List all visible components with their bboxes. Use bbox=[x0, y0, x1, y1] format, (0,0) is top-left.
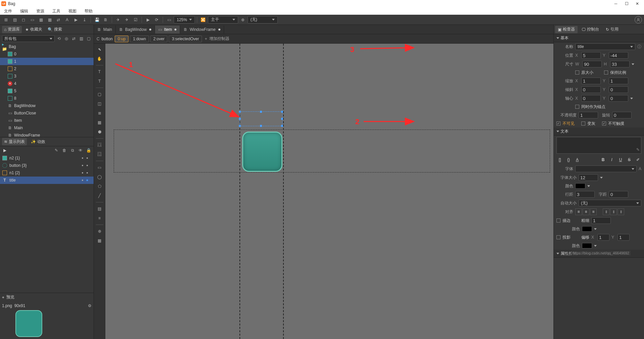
align-right-icon[interactable]: ≡ bbox=[590, 208, 597, 215]
section-attr-control[interactable]: 属性控制 https://blog.csdn.net/qq_46649692 bbox=[554, 250, 644, 258]
display-list-item[interactable]: Ttitle bbox=[0, 177, 94, 184]
add-controller-button[interactable]: ＋ 增加控制器 bbox=[204, 36, 229, 42]
align-center-icon[interactable]: ≡ bbox=[583, 208, 589, 215]
branch-icon[interactable]: 🔀 bbox=[199, 16, 207, 23]
untouchable-checkbox[interactable] bbox=[602, 122, 606, 126]
tree-item-8[interactable]: 8 bbox=[0, 95, 94, 102]
tree-item-BagWindow[interactable]: 🗎BagWindow bbox=[0, 102, 94, 109]
pos-y-input[interactable] bbox=[609, 52, 628, 59]
play-small-icon[interactable]: ▶ bbox=[2, 148, 8, 153]
font-size-input[interactable] bbox=[579, 174, 598, 181]
import-icon[interactable]: ⤓ bbox=[80, 16, 89, 23]
sync-icon[interactable]: ⇄ bbox=[71, 36, 77, 42]
panel-icon[interactable]: ▢ bbox=[86, 36, 92, 42]
line-tool-icon[interactable]: ╱ bbox=[95, 191, 104, 200]
layout-icon[interactable]: ▥ bbox=[78, 36, 84, 42]
loader-tool-icon[interactable]: ▦ bbox=[95, 118, 104, 127]
stage-canvas[interactable]: 1 2 3 bbox=[105, 44, 553, 339]
valign-top-icon[interactable]: ⫴ bbox=[603, 208, 609, 215]
text-color-swatch[interactable] bbox=[575, 183, 585, 189]
stroke-size-input[interactable] bbox=[591, 217, 611, 224]
valign-bottom-icon[interactable]: ⫴ bbox=[618, 208, 624, 215]
duplicate-icon[interactable]: ⧉ bbox=[69, 147, 75, 153]
doc-tab-WindowFrame[interactable]: 🗎WindowFrame bbox=[180, 26, 224, 34]
save-icon[interactable]: 💾 bbox=[93, 16, 101, 23]
section-text[interactable]: 文本 bbox=[554, 128, 644, 136]
play-asset-icon[interactable]: ▶ bbox=[72, 16, 80, 23]
controller-state-1[interactable]: 1:down bbox=[130, 36, 149, 42]
align-left-icon[interactable]: ≡ bbox=[575, 208, 582, 215]
image-tool-icon[interactable]: ▢ bbox=[95, 90, 104, 99]
pivot-x-input[interactable] bbox=[581, 95, 601, 102]
list-tool-icon[interactable]: ≣ bbox=[95, 109, 104, 117]
font-dropdown[interactable] bbox=[575, 165, 637, 172]
publish-settings-icon[interactable]: ☑ bbox=[131, 16, 140, 23]
valign-middle-icon[interactable]: ⫴ bbox=[610, 208, 617, 215]
language-icon[interactable]: ⊕ bbox=[239, 16, 247, 23]
sound-icon[interactable]: ▦ bbox=[46, 16, 54, 23]
font-picker-icon[interactable]: A bbox=[639, 166, 641, 171]
display-list-item[interactable]: n2 {1} bbox=[0, 154, 94, 162]
maximize-button[interactable]: ☐ bbox=[621, 0, 632, 7]
ellipse-tool-icon[interactable]: ◯ bbox=[95, 173, 104, 181]
rotation-input[interactable] bbox=[612, 112, 632, 118]
stroke-color-swatch[interactable] bbox=[582, 226, 592, 232]
tree-item-Main[interactable]: 🗎Main bbox=[0, 124, 94, 132]
clear-format-icon[interactable]: ✐ bbox=[635, 156, 641, 163]
tree-item-0[interactable]: 0 bbox=[0, 50, 94, 58]
scale-x-input[interactable] bbox=[581, 78, 601, 84]
bold-icon[interactable]: B bbox=[600, 156, 606, 163]
menu-view[interactable]: 视图 bbox=[64, 7, 80, 15]
tab-library[interactable]: ⌂ 资源库 bbox=[2, 26, 22, 33]
font-icon[interactable]: ▦ bbox=[37, 16, 45, 23]
info-icon[interactable]: ⓘ bbox=[637, 44, 641, 50]
text-tool-icon[interactable]: T bbox=[95, 67, 104, 76]
tab-display-list[interactable]: ≋ 显示列表 bbox=[2, 138, 27, 145]
align-tool-icon[interactable]: ▤ bbox=[95, 204, 104, 213]
display-list-item[interactable]: button {3} bbox=[0, 162, 94, 169]
menu-tool[interactable]: 工具 bbox=[48, 7, 64, 15]
lock-icon[interactable]: 🔒 bbox=[86, 147, 92, 153]
stroke-checkbox[interactable] bbox=[556, 219, 560, 223]
new-package-icon[interactable]: ⊞ bbox=[2, 16, 10, 23]
tree-item-1[interactable]: 1 bbox=[0, 58, 94, 65]
size-h-input[interactable] bbox=[610, 61, 630, 67]
tree-item-5[interactable]: 5 bbox=[0, 87, 94, 95]
controller-state-3[interactable]: 3:selectedOver bbox=[169, 36, 202, 42]
tree-item-Bag[interactable]: ▸📁Bag bbox=[0, 43, 94, 50]
menu-file[interactable]: 文件 bbox=[0, 7, 16, 15]
size-more-icon[interactable] bbox=[632, 63, 634, 65]
group-tool-icon[interactable]: ⿴ bbox=[95, 141, 104, 149]
edit-text-icon[interactable]: ✎ bbox=[636, 147, 640, 152]
tree-item-4[interactable]: ✕4 bbox=[0, 80, 94, 87]
visibility-icon[interactable]: 👁 bbox=[77, 147, 84, 153]
letter-spacing-input[interactable] bbox=[609, 191, 628, 198]
tab-references[interactable]: ↻引用 bbox=[603, 26, 621, 33]
doc-tab-Main[interactable]: 🗎Main bbox=[94, 26, 116, 34]
tree-item-2[interactable]: 2 bbox=[0, 65, 94, 72]
controller-name[interactable]: button bbox=[102, 37, 113, 41]
rect-tool-icon[interactable]: ▭ bbox=[95, 163, 104, 172]
play-icon[interactable]: ▶ bbox=[144, 16, 152, 23]
opacity-input[interactable] bbox=[579, 112, 598, 118]
font-size-more-icon[interactable] bbox=[600, 177, 603, 179]
stage-item-icon[interactable] bbox=[242, 132, 282, 172]
branch-dropdown[interactable]: 主干 bbox=[208, 16, 238, 23]
zoom-tool-icon[interactable]: ⊕ bbox=[95, 227, 104, 236]
device-preview-icon[interactable]: ▭ bbox=[165, 16, 173, 23]
invisible-checkbox[interactable] bbox=[556, 122, 560, 126]
leading-input[interactable] bbox=[575, 191, 595, 198]
account-icon[interactable] bbox=[635, 16, 642, 23]
doc-tab-BagWindow[interactable]: 🗎BagWindow bbox=[116, 26, 155, 34]
refresh-icon[interactable]: ⟳ bbox=[153, 16, 161, 23]
ungroup-tool-icon[interactable]: ⿶ bbox=[95, 150, 104, 159]
hand-tool-icon[interactable]: ✋ bbox=[95, 54, 104, 63]
zoom-dropdown[interactable]: 125% bbox=[174, 16, 195, 23]
template-icon[interactable]: {} bbox=[565, 156, 572, 163]
doc-tab-Item[interactable]: ▭Item bbox=[155, 26, 180, 34]
publish-all-icon[interactable]: ✈ bbox=[123, 16, 131, 23]
strikethrough-icon[interactable]: S bbox=[626, 156, 633, 163]
skew-y-input[interactable] bbox=[609, 86, 628, 93]
movieclip-icon[interactable]: ▭ bbox=[28, 16, 36, 23]
text-content-input[interactable]: ✎ bbox=[556, 137, 641, 154]
